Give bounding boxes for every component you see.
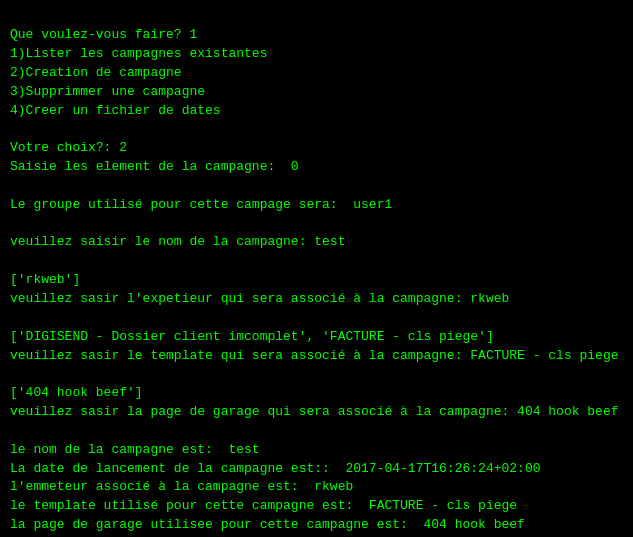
terminal-output: Que voulez-vous faire? 11)Lister les cam… — [10, 8, 623, 537]
terminal-line: le template utilisé pour cette campagne … — [10, 497, 623, 516]
empty-line — [10, 120, 623, 139]
empty-line — [10, 422, 623, 441]
terminal-line: veuillez sasir le template qui sera asso… — [10, 347, 623, 366]
empty-line — [10, 309, 623, 328]
terminal-line: veuillez sasir l'expetieur qui sera asso… — [10, 290, 623, 309]
terminal-line: La date de lancement de la campagne est:… — [10, 460, 623, 479]
terminal-line: ['404 hook beef'] — [10, 384, 623, 403]
terminal-line: ['DIGISEND - Dossier client imcomplet', … — [10, 328, 623, 347]
empty-line — [10, 215, 623, 234]
terminal-line: Que voulez-vous faire? 1 — [10, 26, 623, 45]
empty-line — [10, 177, 623, 196]
terminal-line: Votre choix?: 2 — [10, 139, 623, 158]
terminal-line: Saisie les element de la campagne: 0 — [10, 158, 623, 177]
terminal-line: veuillez saisir le nom de la campagne: t… — [10, 233, 623, 252]
empty-line — [10, 365, 623, 384]
terminal-line: 2)Creation de campagne — [10, 64, 623, 83]
terminal-line: 3)Supprimmer une campagne — [10, 83, 623, 102]
terminal-line: 4)Creer un fichier de dates — [10, 102, 623, 121]
terminal-line: l'emmeteur associé à la campagne est: rk… — [10, 478, 623, 497]
terminal-line: veuillez sasir la page de garage qui ser… — [10, 403, 623, 422]
terminal-line: Le groupe utilisé pour cette campage ser… — [10, 196, 623, 215]
terminal-line: le nom de la campagne est: test — [10, 441, 623, 460]
terminal-line: 1)Lister les campagnes existantes — [10, 45, 623, 64]
terminal-line: ['rkweb'] — [10, 271, 623, 290]
terminal-line: la page de garage utilisee pour cette ca… — [10, 516, 623, 535]
empty-line — [10, 252, 623, 271]
